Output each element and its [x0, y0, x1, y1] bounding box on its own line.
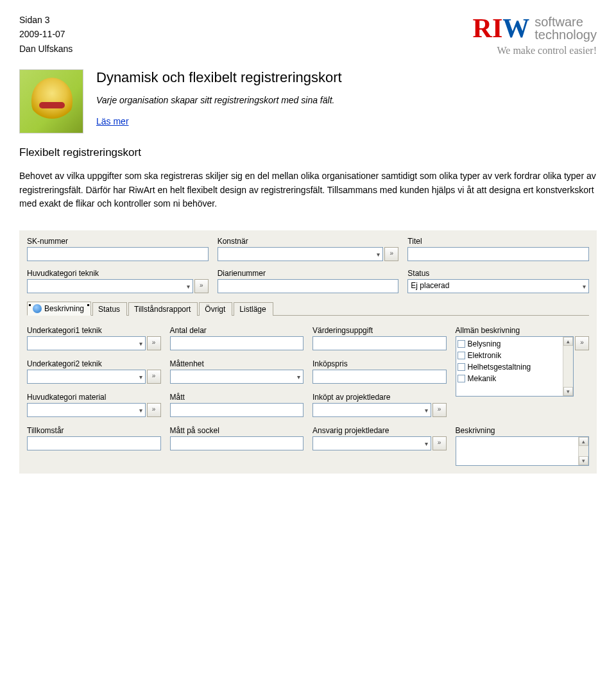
- label-inkopspris: Inköpspris: [312, 359, 447, 368]
- scroll-up-icon: ▴: [579, 437, 588, 446]
- tab-beskrivning[interactable]: Beskrivning: [27, 302, 91, 316]
- label-underkategori1-teknik: Underkategori1 teknik: [27, 326, 161, 335]
- scroll-down-icon: ▾: [579, 456, 588, 465]
- page-meta: Sidan 3 2009-11-07 Dan Ulfskans: [19, 13, 73, 56]
- label-huvudkategori-teknik: Huvudkategori teknik: [27, 269, 209, 278]
- underkategori1-teknik-combo[interactable]: [27, 336, 146, 350]
- registration-form: SK-nummer Konstnär » Titel Huvudkategori…: [19, 230, 597, 474]
- scrollbar[interactable]: ▴▾: [563, 337, 573, 396]
- list-item: Elektronik: [458, 350, 562, 361]
- underkategori1-lookup-button[interactable]: »: [147, 336, 161, 350]
- article-subtitle: Flexibelt registreringskort: [19, 146, 597, 159]
- label-matt-pa-sockel: Mått på sockel: [170, 426, 304, 435]
- allman-beskrivning-listbox[interactable]: Belysning Elektronik Helhetsgestaltning …: [456, 336, 574, 397]
- logo-line2: technology: [535, 28, 597, 41]
- huvudkategori-teknik-combo[interactable]: [27, 279, 193, 293]
- huvudkategori-material-combo[interactable]: [27, 403, 146, 417]
- page-author: Dan Ulfskans: [19, 42, 73, 56]
- tillkomstar-input[interactable]: [27, 436, 161, 450]
- list-item: Mekanik: [458, 373, 562, 384]
- label-ansvarig-projektledare: Ansvarig projektledare: [312, 426, 447, 435]
- titel-input[interactable]: [407, 247, 589, 261]
- diarienummer-input[interactable]: [218, 279, 399, 293]
- label-beskrivning: Beskrivning: [456, 426, 590, 435]
- inkopt-av-lookup-button[interactable]: »: [432, 403, 447, 417]
- beskrivning-textarea[interactable]: ▴▾: [456, 436, 590, 466]
- label-mattenhet: Måttenhet: [170, 359, 304, 368]
- checkbox-icon[interactable]: [458, 340, 465, 348]
- sk-nummer-input[interactable]: [27, 247, 209, 261]
- underkategori2-lookup-button[interactable]: »: [147, 370, 161, 384]
- label-diarienummer: Diarienummer: [218, 269, 399, 278]
- matt-pa-sockel-input[interactable]: [170, 436, 304, 450]
- tabs: Beskrivning Status Tillståndsrapport Övr…: [27, 301, 589, 316]
- list-item: Belysning: [458, 338, 562, 350]
- antal-delar-input[interactable]: [170, 336, 304, 350]
- ansvarig-lookup-button[interactable]: »: [432, 436, 447, 450]
- logo-mark-icon: RIW: [473, 13, 530, 44]
- label-sk-nummer: SK-nummer: [27, 237, 209, 246]
- tab-status[interactable]: Status: [92, 302, 127, 316]
- list-item: Helhetsgestaltning: [458, 361, 562, 373]
- tab-ovrigt[interactable]: Övrigt: [199, 302, 232, 316]
- label-varderingsuppgift: Värderingsuppgift: [312, 326, 447, 335]
- article-lead: Varje organisation skapar sitt registrer…: [96, 94, 597, 107]
- mattenhet-combo[interactable]: [170, 370, 304, 384]
- tab-active-icon: [33, 304, 42, 313]
- label-antal-delar: Antal delar: [170, 326, 304, 335]
- read-more-link[interactable]: Läs mer: [96, 116, 129, 126]
- matt-input[interactable]: [170, 403, 304, 417]
- scroll-down-icon: ▾: [563, 387, 573, 396]
- logo-line1: software: [535, 15, 597, 28]
- konstnar-lookup-button[interactable]: »: [384, 247, 398, 261]
- allman-beskrivning-lookup-button[interactable]: »: [575, 336, 589, 350]
- inkopspris-input[interactable]: [312, 370, 447, 384]
- article-body: Behovet av vilka uppgifter som ska regis…: [19, 169, 597, 211]
- status-combo[interactable]: Ej placerad: [407, 279, 589, 293]
- logo-tagline: We make control easier!: [497, 45, 597, 56]
- huvudkategori-material-lookup-button[interactable]: »: [147, 403, 161, 417]
- scrollbar[interactable]: ▴▾: [578, 437, 588, 465]
- huvudkategori-teknik-lookup-button[interactable]: »: [194, 279, 209, 293]
- underkategori2-teknik-combo[interactable]: [27, 370, 146, 384]
- article-title: Dynamisk och flexibelt registreringskort: [96, 69, 597, 86]
- checkbox-icon[interactable]: [458, 363, 465, 371]
- label-underkategori2-teknik: Underkategori2 teknik: [27, 359, 161, 368]
- checkbox-icon[interactable]: [458, 375, 465, 382]
- tab-tillstandsrapport[interactable]: Tillståndsrapport: [128, 302, 198, 316]
- brand-logo: RIW software technology We make control …: [473, 13, 597, 56]
- label-inkopt-av-projektledare: Inköpt av projektledare: [312, 393, 447, 402]
- varderingsuppgift-input[interactable]: [312, 336, 447, 350]
- page-number: Sidan 3: [19, 13, 73, 27]
- konstnar-combo[interactable]: [218, 247, 384, 261]
- label-allman-beskrivning: Allmän beskrivning: [456, 326, 590, 335]
- scroll-up-icon: ▴: [563, 337, 573, 346]
- article-heading-block: Dynamisk och flexibelt registreringskort…: [19, 69, 597, 133]
- label-status: Status: [407, 269, 589, 278]
- label-huvudkategori-material: Huvudkategori material: [27, 393, 161, 402]
- label-titel: Titel: [407, 237, 589, 246]
- label-matt: Mått: [170, 393, 304, 402]
- ansvarig-projektledare-combo[interactable]: [312, 436, 431, 450]
- label-konstnar: Konstnär: [218, 237, 399, 246]
- checkbox-icon[interactable]: [458, 352, 465, 359]
- article-thumbnail-icon: [19, 69, 83, 133]
- label-tillkomstar: Tillkomstår: [27, 426, 161, 435]
- page-date: 2009-11-07: [19, 27, 73, 41]
- page-header: Sidan 3 2009-11-07 Dan Ulfskans RIW soft…: [19, 13, 597, 56]
- tab-listlage[interactable]: Listläge: [234, 302, 273, 316]
- inkopt-av-projektledare-combo[interactable]: [312, 403, 431, 417]
